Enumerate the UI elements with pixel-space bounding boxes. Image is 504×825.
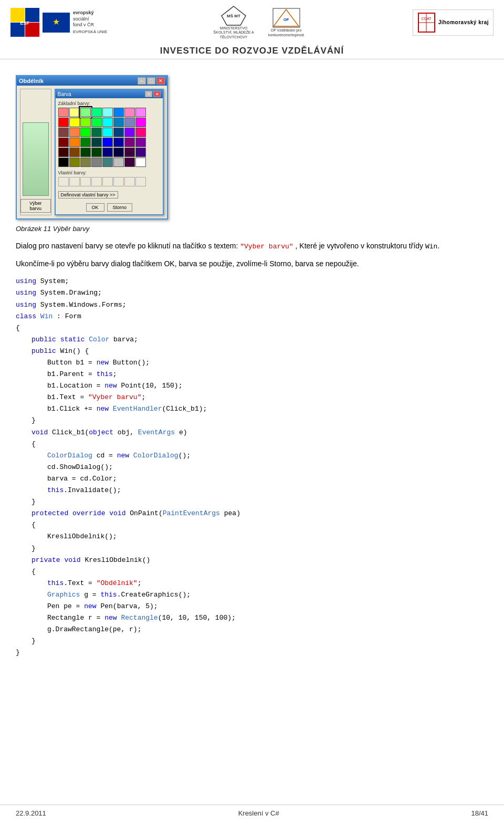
esf-logo: ESF — [10, 8, 39, 37]
color-cell[interactable] — [135, 148, 146, 157]
para1-code2: Win — [425, 243, 437, 250]
define-custom-colors-btn[interactable]: Definovat vlastní barvy >> — [58, 191, 118, 199]
color-dialog-body: Základní barvy: Vlastní barvy: — [56, 98, 163, 214]
color-cell[interactable] — [135, 128, 146, 137]
color-cell[interactable] — [80, 158, 91, 167]
basic-colors-label: Základní barvy: — [58, 101, 160, 106]
color-cancel-btn[interactable]: Storno — [107, 203, 133, 212]
custom-color-cell — [124, 177, 135, 186]
color-cell[interactable] — [113, 148, 124, 157]
image-caption: Obrázek 11 Výběr barvy — [16, 225, 488, 233]
color-help-btn[interactable]: ? — [145, 91, 152, 97]
color-cell[interactable] — [113, 118, 124, 127]
outer-window-title: Obdélník — [19, 78, 44, 84]
left-logos: ESF ★ evropský sociální fond v ČR EVROPS… — [10, 8, 107, 37]
svg-text:MŠ MT: MŠ MT — [227, 14, 240, 18]
color-cell[interactable] — [102, 148, 113, 157]
color-cell[interactable] — [58, 158, 69, 167]
color-cell[interactable] — [113, 158, 124, 167]
color-cell[interactable] — [91, 108, 102, 117]
window-controls[interactable]: ─ □ ✕ — [138, 77, 165, 85]
pick-color-button[interactable]: Výber barvu — [20, 199, 51, 213]
color-cell[interactable] — [91, 138, 102, 147]
outer-window: Obdélník ─ □ ✕ Výber barvu Barva — [16, 75, 168, 220]
color-cell[interactable] — [135, 158, 146, 167]
paragraph-2: Ukončíme-li po výběru barvy dialog tlačí… — [16, 258, 488, 269]
color-cell[interactable] — [124, 108, 135, 117]
color-cell[interactable] — [102, 128, 113, 137]
footer-title: Kreslení v C# — [238, 809, 279, 817]
footer-date: 22.9.2011 — [16, 809, 46, 817]
color-cell[interactable] — [58, 148, 69, 157]
color-cell[interactable] — [135, 138, 146, 147]
minimize-btn[interactable]: ─ — [138, 77, 146, 85]
color-cell[interactable] — [102, 108, 113, 117]
color-cell[interactable] — [80, 128, 91, 137]
eu-flag-logo: ★ — [43, 13, 70, 33]
color-cell[interactable] — [124, 158, 135, 167]
color-cell[interactable] — [91, 158, 102, 167]
color-dialog-footer: OK Storno — [58, 203, 160, 212]
color-cell[interactable] — [124, 148, 135, 157]
color-cell[interactable] — [80, 108, 91, 117]
left-panel: Výber barvu — [20, 89, 51, 215]
color-cell[interactable] — [113, 108, 124, 117]
color-cell[interactable] — [69, 148, 80, 157]
color-cell[interactable] — [113, 138, 124, 147]
color-cell[interactable] — [58, 128, 69, 137]
color-cell[interactable] — [80, 148, 91, 157]
outer-window-body: Výber barvu Barva ? ✕ Základní barvy: — [17, 86, 167, 218]
color-cell[interactable] — [135, 118, 146, 127]
op-logo: OP OP Vzdělávání pro konkurenceschopnost — [262, 7, 310, 37]
color-cell[interactable] — [113, 128, 124, 137]
color-close-btn[interactable]: ✕ — [153, 91, 161, 97]
custom-color-cell — [113, 177, 124, 186]
color-cell[interactable] — [91, 128, 102, 137]
custom-color-cell — [102, 177, 113, 186]
center-logos: MŠ MT MINISTERSTVO ŠKOLSTVÍ, MLÁDEŽE A T… — [210, 5, 310, 39]
footer-page: 18/41 — [471, 809, 488, 817]
color-cell[interactable] — [102, 158, 113, 167]
maximize-btn[interactable]: □ — [147, 77, 155, 85]
para1-text: Dialog pro nastavení barvy se otevře po … — [16, 242, 238, 250]
color-cell[interactable] — [91, 148, 102, 157]
color-cell[interactable] — [80, 118, 91, 127]
logos-row: ESF ★ evropský sociální fond v ČR EVROPS… — [10, 5, 494, 39]
custom-color-cell — [91, 177, 102, 186]
header-subtitle: INVESTICE DO ROZVOJE VZDĚLÁVÁNÍ — [160, 46, 344, 56]
page-header: ESF ★ evropský sociální fond v ČR EVROPS… — [0, 0, 504, 59]
color-dialog-titlebar: Barva ? ✕ — [56, 90, 163, 98]
svg-rect-0 — [10, 8, 25, 22]
color-cell[interactable] — [69, 108, 80, 117]
custom-color-cell — [69, 177, 80, 186]
color-cell[interactable] — [69, 138, 80, 147]
color-cell[interactable] — [102, 138, 113, 147]
color-ok-btn[interactable]: OK — [86, 203, 104, 212]
color-cell[interactable] — [69, 128, 80, 137]
color-cell[interactable] — [135, 108, 146, 117]
color-cell[interactable] — [102, 118, 113, 127]
custom-color-cell — [58, 177, 69, 186]
svg-text:ESF: ESF — [20, 20, 29, 26]
close-btn[interactable]: ✕ — [156, 77, 165, 85]
para1-code1: "Vyber barvu" — [240, 243, 293, 250]
svg-rect-1 — [25, 8, 39, 22]
color-cell[interactable] — [124, 138, 135, 147]
jhm-logo: COAT Jihomoravský kraj — [413, 9, 494, 36]
color-cell[interactable] — [69, 158, 80, 167]
color-cell[interactable] — [124, 128, 135, 137]
color-cell[interactable] — [69, 118, 80, 127]
color-cell[interactable] — [124, 118, 135, 127]
basic-color-grid[interactable] — [58, 108, 160, 167]
svg-text:COAT: COAT — [421, 17, 432, 20]
color-dialog-title-text: Barva — [58, 91, 71, 97]
custom-color-cell — [135, 177, 146, 186]
color-cell[interactable] — [80, 138, 91, 147]
custom-colors-label: Vlastní barvy: — [58, 170, 160, 175]
color-cell[interactable] — [58, 108, 69, 117]
color-cell[interactable] — [91, 118, 102, 127]
page-footer: 22.9.2011 Kreslení v C# 18/41 — [0, 805, 504, 817]
color-cell[interactable] — [58, 118, 69, 127]
eu-text-block: evropský sociální fond v ČR EVROPSKÁ UNI… — [73, 10, 107, 35]
color-cell[interactable] — [58, 138, 69, 147]
